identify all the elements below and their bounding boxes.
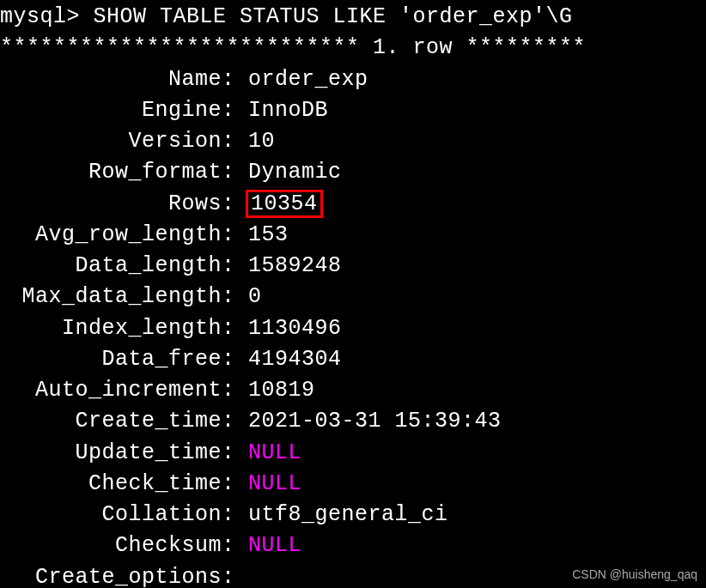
- field-colon: :: [222, 95, 248, 126]
- field-colon: :: [222, 469, 248, 500]
- field-label: Name: [0, 64, 222, 95]
- field-label: Create_time: [0, 406, 222, 437]
- field-value: 10354: [248, 189, 323, 220]
- field-value: 2021-03-31 15:39:43: [248, 406, 502, 437]
- field-colon: :: [222, 344, 248, 375]
- field-label: Version: [0, 126, 222, 157]
- field-row: Check_time: NULL: [0, 469, 706, 500]
- highlight-box: 10354: [246, 190, 323, 219]
- field-value: 10819: [248, 375, 315, 406]
- field-row: Engine: InnoDB: [0, 95, 706, 126]
- field-colon: :: [222, 64, 248, 95]
- field-value: NULL: [248, 438, 301, 469]
- field-label: Update_time: [0, 438, 222, 469]
- field-colon: :: [222, 157, 248, 188]
- field-label: Collation: [0, 500, 222, 530]
- field-value: 153: [248, 220, 289, 251]
- field-value: 0: [248, 282, 262, 312]
- field-label: Max_data_length: [0, 282, 222, 312]
- field-label: Data_free: [0, 344, 222, 375]
- field-colon: :: [222, 282, 248, 312]
- field-row: Data_length: 1589248: [0, 251, 706, 282]
- field-row: Max_data_length: 0: [0, 282, 706, 312]
- field-row: Version: 10: [0, 126, 706, 157]
- field-row: Collation: utf8_general_ci: [0, 500, 706, 530]
- field-colon: :: [222, 500, 248, 530]
- field-colon: :: [222, 251, 248, 282]
- field-label: Engine: [0, 95, 222, 126]
- field-value: InnoDB: [248, 95, 328, 126]
- field-label: Auto_increment: [0, 375, 222, 406]
- field-row: Auto_increment: 10819: [0, 375, 706, 406]
- field-value: 10: [248, 126, 275, 157]
- field-value: order_exp: [248, 64, 368, 95]
- field-colon: :: [222, 562, 248, 589]
- field-row: Name: order_exp: [0, 64, 706, 95]
- field-colon: :: [222, 220, 248, 251]
- field-value: 1130496: [248, 313, 342, 344]
- field-colon: :: [222, 189, 248, 220]
- field-row: Rows: 10354: [0, 189, 706, 220]
- row-divider: *************************** 1. row *****…: [0, 33, 706, 64]
- field-label: Index_length: [0, 313, 222, 344]
- field-row: Data_free: 4194304: [0, 344, 706, 375]
- field-label: Row_format: [0, 157, 222, 188]
- field-colon: :: [222, 406, 248, 437]
- field-row: Avg_row_length: 153: [0, 220, 706, 251]
- field-label: Avg_row_length: [0, 220, 222, 251]
- field-colon: :: [222, 438, 248, 469]
- watermark-text: CSDN @huisheng_qaq: [572, 566, 697, 583]
- field-label: Check_time: [0, 469, 222, 500]
- field-row: Update_time: NULL: [0, 438, 706, 469]
- field-label: Create_options: [0, 562, 222, 589]
- field-label: Data_length: [0, 251, 222, 282]
- field-row: Row_format: Dynamic: [0, 157, 706, 188]
- field-value: NULL: [248, 469, 301, 500]
- field-colon: :: [222, 313, 248, 344]
- field-value: 4194304: [248, 344, 342, 375]
- field-value: 1589248: [248, 251, 342, 282]
- field-row: Create_time: 2021-03-31 15:39:43: [0, 406, 706, 437]
- mysql-command-line: mysql> SHOW TABLE STATUS LIKE 'order_exp…: [0, 2, 706, 33]
- field-row: Checksum: NULL: [0, 530, 706, 561]
- field-value: NULL: [248, 530, 301, 561]
- field-colon: :: [222, 530, 248, 561]
- table-status-fields: Name: order_expEngine: InnoDBVersion: 10…: [0, 64, 706, 589]
- field-label: Rows: [0, 189, 222, 220]
- field-colon: :: [222, 375, 248, 406]
- field-value: Dynamic: [248, 157, 342, 188]
- field-label: Checksum: [0, 530, 222, 561]
- field-value: utf8_general_ci: [248, 500, 448, 530]
- field-row: Index_length: 1130496: [0, 313, 706, 344]
- field-colon: :: [222, 126, 248, 157]
